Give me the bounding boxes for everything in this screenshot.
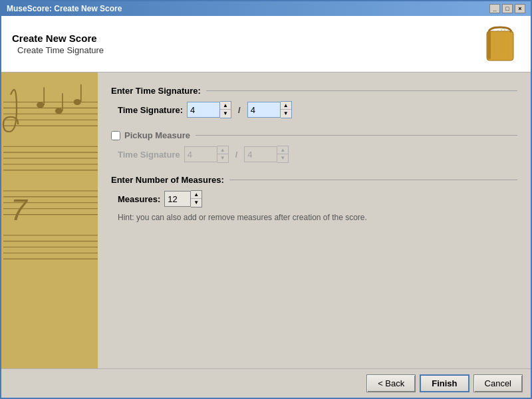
time-signature-line [206,90,517,91]
harp-icon [480,24,520,64]
measures-buttons: ▲ ▼ [191,190,202,207]
pickup-section: Pickup Measure Time Signature ▲ ▼ / [111,130,517,163]
measures-section: Enter Number of Measures: Measures: ▲ ▼ … [111,175,517,222]
pickup-denominator-input [244,146,277,162]
time-signature-numerator-input[interactable] [187,102,220,118]
music-sheet-decoration: 7 [1,72,98,368]
title-bar-buttons: _ □ × [489,4,525,13]
time-signature-section: Enter Time Signature: Time Signature: ▲ … [111,86,517,118]
harp-svg [483,26,517,63]
bottom-bar: < Back Finish Cancel [1,368,531,398]
maximize-button[interactable]: □ [502,4,513,13]
minimize-button[interactable]: _ [489,4,500,13]
pickup-field-label: Time Signature [118,150,180,160]
pickup-section-line [196,135,517,136]
time-signature-denominator-input[interactable] [247,102,281,118]
pickup-field-row: Time Signature ▲ ▼ / ▲ ▼ [111,146,517,163]
main-title: Create New Score [12,33,104,44]
time-signature-label: Enter Time Signature: [111,86,201,96]
content-area: 7 Enter Time Signature: Time Signature: … [1,72,531,368]
pickup-numerator-input [184,146,217,162]
pickup-numerator-up-icon: ▲ [217,146,228,154]
time-signature-denominator-up-button[interactable]: ▲ [281,102,291,110]
measures-input[interactable] [164,191,191,207]
pickup-measure-checkbox[interactable] [111,131,120,140]
measures-hint: Hint: you can also add or remove measure… [111,213,517,222]
header-area: Create New Score Create Time Signature [1,16,531,72]
time-signature-numerator-group: ▲ ▼ [187,101,231,118]
finish-button[interactable]: Finish [420,374,469,392]
time-signature-denominator-down-button[interactable]: ▼ [281,110,291,118]
time-signature-numerator-up-button[interactable]: ▲ [220,102,231,110]
measures-line [229,180,517,180]
measures-header: Enter Number of Measures: [111,175,517,185]
pickup-denominator-up-icon: ▲ [277,146,288,154]
title-bar-text: MuseScore: Create New Score [7,4,122,13]
pickup-numerator-down-icon: ▼ [217,154,228,162]
cancel-button[interactable]: Cancel [473,374,523,392]
pickup-measure-label: Pickup Measure [124,130,190,140]
pickup-denominator-down-icon: ▼ [277,154,288,162]
title-bar: MuseScore: Create New Score _ □ × [1,1,531,16]
back-button[interactable]: < Back [366,374,416,392]
right-panel: Enter Time Signature: Time Signature: ▲ … [98,72,531,368]
time-signature-numerator-buttons: ▲ ▼ [220,101,231,118]
pickup-numerator-buttons: ▲ ▼ [217,146,229,163]
measures-group: ▲ ▼ [164,190,202,207]
sub-title: Create Time Signature [17,45,104,55]
time-signature-denominator-group: ▲ ▼ [247,101,292,118]
time-signature-denominator-buttons: ▲ ▼ [281,101,292,118]
measures-up-button[interactable]: ▲ [191,191,201,199]
measures-label: Enter Number of Measures: [111,175,224,185]
svg-text:7: 7 [11,194,29,227]
pickup-numerator-group: ▲ ▼ [184,146,229,163]
main-window: MuseScore: Create New Score _ □ × Create… [0,0,532,399]
left-panel: 7 [1,72,98,368]
measures-field-label: Measures: [118,194,160,204]
measures-down-button[interactable]: ▼ [191,199,201,207]
time-signature-field-label: Time Signature: [118,105,183,115]
svg-point-32 [55,108,63,114]
close-button[interactable]: × [515,4,525,13]
svg-rect-1 [487,31,491,59]
measures-field-row: Measures: ▲ ▼ [111,190,517,207]
pickup-denominator-buttons: ▲ ▼ [277,146,289,163]
header-titles: Create New Score Create Time Signature [12,33,104,55]
svg-point-34 [74,99,81,105]
time-signature-numerator-down-button[interactable]: ▼ [220,110,231,118]
pickup-divider: / [235,150,238,160]
svg-point-30 [37,102,44,108]
time-signature-field-row: Time Signature: ▲ ▼ / ▲ ▼ [111,101,517,118]
time-signature-header: Enter Time Signature: [111,86,517,96]
time-signature-divider: / [238,105,241,115]
pickup-denominator-group: ▲ ▼ [244,146,289,163]
pickup-section-header: Pickup Measure [111,130,517,140]
